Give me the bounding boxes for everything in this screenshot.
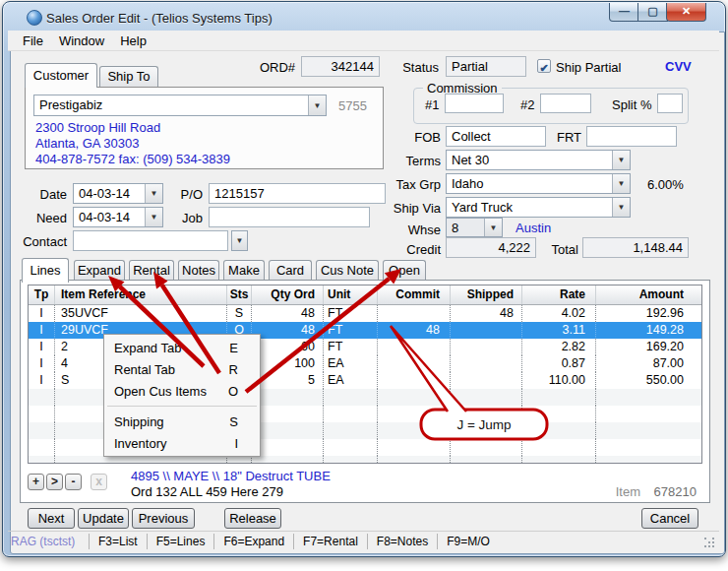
whse-name: Austin bbox=[516, 221, 551, 235]
status-key-f7: F7=Rental bbox=[294, 534, 368, 549]
empty-row bbox=[29, 456, 701, 464]
whse-label: Whse bbox=[403, 222, 441, 237]
cell-tp: I bbox=[29, 372, 55, 389]
po-field[interactable]: 1215157 bbox=[209, 183, 386, 204]
tab-make[interactable]: Make bbox=[223, 260, 265, 280]
resize-grip[interactable] bbox=[704, 538, 716, 549]
frt-field[interactable] bbox=[586, 126, 677, 147]
terms-select[interactable]: Net 30 ▼ bbox=[446, 150, 631, 170]
contact-dropdown-button[interactable]: ▼ bbox=[231, 230, 248, 251]
ship-partial-checkbox[interactable]: ✔ bbox=[537, 59, 551, 73]
line-ord-info: Ord 132 ALL 459 Here 279 bbox=[131, 484, 283, 499]
terms-label: Terms bbox=[398, 154, 441, 168]
col-header-rate[interactable]: Rate bbox=[522, 286, 596, 304]
minimize-button[interactable]: — bbox=[609, 3, 639, 22]
customer-select[interactable]: Prestigabiz ▼ bbox=[33, 95, 327, 116]
taxgrp-select[interactable]: Idaho ▼ bbox=[446, 173, 631, 194]
maximize-button[interactable]: ▢ bbox=[637, 3, 668, 22]
cell-rate: 0.87 bbox=[522, 355, 596, 372]
tab-notes[interactable]: Notes bbox=[178, 260, 219, 280]
chevron-down-icon[interactable]: ▼ bbox=[145, 184, 162, 203]
tab-ship-to[interactable]: Ship To bbox=[99, 66, 158, 87]
next-line-button[interactable]: > bbox=[46, 474, 63, 490]
col-header-commit[interactable]: Commit bbox=[378, 286, 451, 304]
cvv-link[interactable]: CVV bbox=[665, 59, 692, 74]
customer-name: Prestigabiz bbox=[34, 95, 308, 115]
chevron-down-icon[interactable]: ▼ bbox=[145, 208, 162, 226]
chevron-down-icon[interactable]: ▼ bbox=[612, 198, 630, 217]
tab-lines[interactable]: Lines bbox=[22, 258, 69, 283]
menu-bar: File Window Help bbox=[8, 31, 719, 51]
app-icon bbox=[27, 10, 42, 26]
tab-cus-note[interactable]: Cus Note bbox=[316, 260, 379, 280]
chevron-down-icon[interactable]: ▼ bbox=[612, 174, 630, 193]
menu-window[interactable]: Window bbox=[51, 33, 112, 48]
commission-2-field[interactable] bbox=[540, 94, 591, 113]
minimize-icon: — bbox=[619, 5, 630, 17]
release-button[interactable]: Release bbox=[224, 508, 281, 529]
cell-item: 35UVCF bbox=[55, 305, 227, 322]
chevron-down-icon[interactable]: ▼ bbox=[484, 219, 502, 236]
status-field: Partial bbox=[446, 56, 526, 77]
job-field[interactable] bbox=[209, 207, 370, 227]
need-select[interactable]: 04-03-14 ▼ bbox=[73, 207, 163, 227]
close-button[interactable]: ✕ bbox=[666, 3, 706, 22]
col-header-sts[interactable]: Sts bbox=[227, 286, 252, 304]
cancel-button[interactable]: Cancel bbox=[641, 508, 698, 529]
menu-item-shipping[interactable]: Shipping S bbox=[104, 411, 260, 432]
menu-item-inventory[interactable]: Inventory I bbox=[104, 432, 260, 454]
ord-label: ORD# bbox=[246, 60, 295, 75]
contact-field[interactable] bbox=[73, 230, 228, 251]
close-icon: ✕ bbox=[682, 5, 691, 17]
job-label: Job bbox=[175, 211, 203, 225]
add-line-button[interactable]: + bbox=[28, 474, 44, 490]
menu-item-label: Open Cus Items bbox=[114, 384, 207, 399]
col-header-item-reference[interactable]: Item Reference bbox=[55, 286, 227, 304]
tab-rental[interactable]: Rental bbox=[129, 260, 174, 280]
tax-rate: 6.00% bbox=[647, 177, 684, 192]
delete-line-button: x bbox=[91, 474, 107, 490]
next-button[interactable]: Next bbox=[28, 508, 75, 529]
menu-item-open-cus-items[interactable]: Open Cus Items O bbox=[104, 380, 260, 402]
table-row[interactable]: I 35UVCF S 48 FT 48 4.02 192.96 bbox=[29, 305, 701, 322]
cell-qty: 48 bbox=[252, 305, 324, 322]
whse-select[interactable]: 8 ▼ bbox=[446, 218, 503, 237]
previous-button[interactable]: Previous bbox=[132, 508, 195, 529]
tab-open[interactable]: Open bbox=[383, 260, 426, 280]
remove-line-button[interactable]: - bbox=[65, 474, 82, 490]
menu-item-shortcut: O bbox=[228, 384, 238, 399]
cell-tp: I bbox=[29, 355, 55, 372]
menu-item-rental-tab[interactable]: Rental Tab R bbox=[104, 358, 260, 380]
customer-phone: 404-878-7572 fax: (509) 534-3839 bbox=[35, 152, 230, 166]
col-header-shipped[interactable]: Shipped bbox=[451, 286, 522, 304]
chevron-down-icon[interactable]: ▼ bbox=[612, 151, 630, 169]
date-select[interactable]: 04-03-14 ▼ bbox=[73, 183, 163, 204]
tab-expand[interactable]: Expand bbox=[74, 260, 125, 280]
menu-item-expand-tab[interactable]: Expand Tab E bbox=[104, 337, 260, 358]
menu-help[interactable]: Help bbox=[112, 33, 154, 48]
chevron-down-icon[interactable]: ▼ bbox=[308, 95, 326, 115]
tab-card[interactable]: Card bbox=[269, 260, 312, 280]
cell-unit: EA bbox=[324, 372, 378, 389]
tab-customer[interactable]: Customer bbox=[25, 63, 97, 88]
need-label: Need bbox=[33, 211, 67, 225]
col-header-qty-ord[interactable]: Qty Ord bbox=[252, 286, 324, 304]
commission-1-field[interactable] bbox=[445, 94, 504, 113]
fob-field[interactable]: Collect bbox=[446, 126, 546, 147]
menu-file[interactable]: File bbox=[15, 33, 51, 48]
split-field[interactable] bbox=[657, 94, 683, 113]
grid-header-row: Tp Item Reference Sts Qty Ord Unit Commi… bbox=[29, 286, 701, 305]
update-button[interactable]: Update bbox=[78, 508, 129, 529]
col-header-unit[interactable]: Unit bbox=[324, 286, 378, 304]
cell-qty: 100 bbox=[252, 355, 324, 372]
menu-item-label: Rental Tab bbox=[114, 362, 175, 377]
status-label: Status bbox=[392, 60, 439, 75]
cell-commit: 48 bbox=[378, 322, 451, 339]
cell-qty: 5 bbox=[252, 372, 324, 389]
col-header-tp[interactable]: Tp bbox=[29, 286, 55, 304]
menu-item-label: Shipping bbox=[114, 414, 164, 429]
shipvia-select[interactable]: Yard Truck ▼ bbox=[446, 197, 631, 218]
col-header-amount[interactable]: Amount bbox=[596, 286, 701, 304]
ord-number-field: 342144 bbox=[301, 56, 380, 77]
cell-unit: FT bbox=[324, 339, 378, 355]
